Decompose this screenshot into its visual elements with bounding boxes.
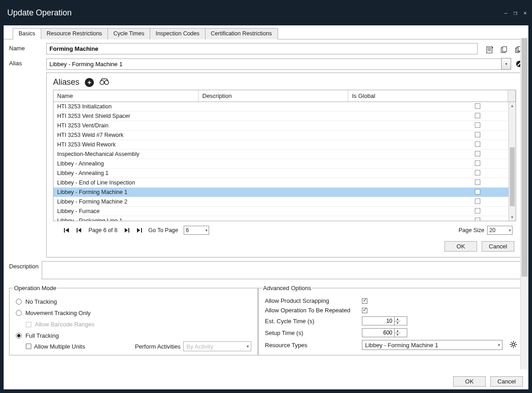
dialog-cancel-button[interactable]: Cancel — [490, 376, 523, 387]
resource-types-label: Resource Types — [265, 342, 358, 349]
is-global-checkbox[interactable] — [475, 103, 480, 109]
is-global-checkbox[interactable] — [475, 122, 480, 128]
table-row[interactable]: Libbey - Packaging Line 1 — [54, 216, 516, 221]
alias-name-cell: HTI 3253 Vent Shield Spacer — [54, 112, 199, 120]
dialog-ok-button[interactable]: OK — [453, 376, 486, 387]
alias-input[interactable] — [46, 58, 502, 70]
next-page-button[interactable] — [123, 227, 130, 234]
list-icon[interactable] — [486, 46, 494, 54]
last-page-button[interactable] — [136, 227, 143, 234]
is-global-checkbox[interactable] — [475, 141, 480, 147]
content-scroll-thumb[interactable] — [522, 38, 527, 277]
scroll-thumb[interactable] — [510, 147, 515, 206]
is-global-checkbox[interactable] — [475, 160, 480, 166]
full-tracking-radio[interactable] — [16, 333, 22, 339]
is-global-checkbox[interactable] — [475, 199, 480, 204]
full-tracking-label: Full Tracking — [25, 332, 59, 339]
table-row[interactable]: HTI 3253 Weld Rework — [54, 140, 516, 150]
tab-resource-restrictions[interactable]: Resource Restrictions — [41, 28, 108, 39]
svg-line-28 — [515, 346, 516, 347]
is-global-checkbox[interactable] — [475, 189, 480, 194]
find-alias-button[interactable] — [99, 78, 109, 86]
column-header-name[interactable]: Name — [54, 90, 199, 102]
alias-global-cell — [348, 134, 439, 136]
aliases-cancel-button[interactable]: Cancel — [482, 241, 514, 252]
allow-repeat-checkbox[interactable] — [362, 308, 367, 313]
alias-description-cell — [199, 115, 348, 117]
perform-activities-label: Perform Activities — [135, 343, 181, 350]
minimize-button[interactable]: — — [504, 10, 508, 16]
titlebar[interactable]: Update Operation — ❐ ✕ — [0, 0, 532, 25]
allow-multiple-units-checkbox[interactable] — [26, 344, 31, 349]
tab-certification-restrictions[interactable]: Certification Restrictions — [205, 28, 278, 39]
movement-tracking-label: Movement Tracking Only — [25, 310, 91, 316]
scroll-down-button[interactable]: ▾ — [509, 213, 516, 221]
resource-types-settings-button[interactable] — [510, 341, 517, 349]
description-input[interactable] — [42, 261, 523, 279]
alias-global-cell — [348, 153, 439, 155]
spin-up-icon[interactable]: ▲ — [395, 317, 400, 321]
alias-global-cell — [348, 144, 439, 146]
table-row[interactable]: HTI 3253 Initialization — [54, 102, 516, 112]
tab-inspection-codes[interactable]: Inspection Codes — [150, 28, 205, 39]
svg-line-30 — [515, 342, 516, 343]
go-to-page-select[interactable]: 6▾ — [184, 226, 209, 235]
grid-scrollbar[interactable]: ▴ ▾ — [508, 102, 516, 221]
is-global-checkbox[interactable] — [475, 151, 480, 156]
content-scrollbar[interactable] — [520, 38, 528, 369]
copy-icon[interactable] — [500, 46, 508, 54]
resource-types-select[interactable]: Libbey - Forming Machine 1▾ — [362, 340, 503, 350]
alias-name-cell: Libbey - Packaging Line 1 — [54, 217, 199, 221]
is-global-checkbox[interactable] — [475, 132, 480, 137]
aliases-title: Aliases — [53, 78, 79, 87]
alias-name-cell: Libbey - Forming Machine 2 — [54, 198, 199, 206]
spin-down-icon[interactable]: ▼ — [395, 321, 400, 325]
is-global-checkbox[interactable] — [475, 218, 480, 221]
column-header-description[interactable]: Description — [199, 90, 348, 102]
table-row[interactable]: Inspection-Mechanical Assembly — [54, 150, 516, 159]
no-tracking-radio[interactable] — [16, 299, 22, 305]
first-page-button[interactable] — [63, 227, 70, 234]
scroll-up-button[interactable]: ▴ — [509, 102, 516, 109]
table-row[interactable]: Libbey - Forming Machine 2 — [54, 197, 516, 207]
tab-cycle-times[interactable]: Cycle Times — [107, 28, 150, 39]
name-input[interactable] — [46, 43, 478, 54]
setup-time-input[interactable]: ▲▼ — [362, 328, 407, 337]
table-row[interactable]: HTI 3253 Weld #7 Rework — [54, 131, 516, 140]
restore-button[interactable]: ❐ — [514, 10, 517, 16]
perform-activities-select[interactable]: By Activity▾ — [183, 341, 251, 351]
est-cycle-time-input[interactable]: ▲▼ — [362, 316, 407, 325]
prev-page-button[interactable] — [76, 227, 83, 234]
is-global-checkbox[interactable] — [475, 180, 480, 185]
aliases-ok-button[interactable]: OK — [444, 241, 477, 252]
alias-description-cell — [199, 144, 348, 146]
table-row[interactable]: Libbey - Forming Machine 1 — [54, 188, 516, 197]
table-row[interactable]: Libbey - Annealing 1 — [54, 169, 516, 178]
svg-rect-5 — [503, 47, 507, 52]
page-size-select[interactable]: 20▾ — [487, 226, 512, 235]
spin-up-icon[interactable]: ▲ — [395, 329, 400, 333]
table-row[interactable]: Libbey - Annealing — [54, 159, 516, 169]
is-global-checkbox[interactable] — [475, 113, 480, 118]
table-row[interactable]: Libbey - Furnace — [54, 207, 516, 216]
alias-global-cell — [348, 210, 439, 212]
alias-description-cell — [199, 125, 348, 126]
table-row[interactable]: HTI 3253 Vent/Drain — [54, 121, 516, 131]
no-tracking-label: No Tracking — [25, 298, 57, 305]
tab-basics[interactable]: Basics — [13, 28, 41, 39]
column-header-is-global[interactable]: Is Global — [348, 90, 508, 102]
add-alias-button[interactable]: + — [85, 78, 94, 87]
table-row[interactable]: HTI 3253 Vent Shield Spacer — [54, 112, 516, 121]
alias-dropdown-button[interactable]: ▾ — [501, 58, 511, 70]
alias-global-cell — [348, 182, 439, 184]
alias-name-cell: HTI 3253 Initialization — [54, 102, 199, 111]
svg-point-22 — [512, 343, 515, 346]
movement-tracking-radio[interactable] — [16, 310, 22, 316]
close-button[interactable]: ✕ — [523, 10, 527, 16]
is-global-checkbox[interactable] — [475, 208, 480, 213]
spin-down-icon[interactable]: ▼ — [395, 333, 400, 337]
tab-bar: Basics Resource Restrictions Cycle Times… — [4, 25, 528, 39]
allow-scrapping-checkbox[interactable] — [362, 298, 367, 304]
is-global-checkbox[interactable] — [475, 170, 480, 175]
table-row[interactable]: Libbey - End of Line Inspection — [54, 178, 516, 188]
